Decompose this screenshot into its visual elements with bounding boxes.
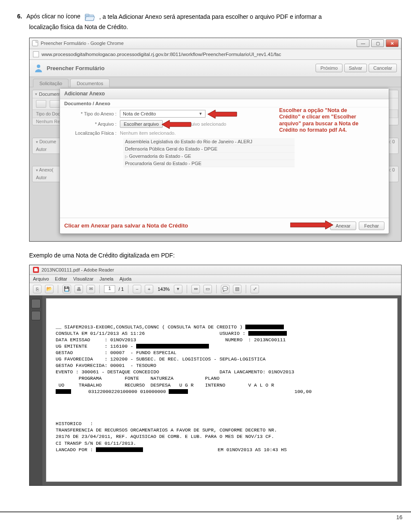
separator [187, 285, 187, 293]
export-pdf-icon[interactable]: ⎘ [33, 285, 42, 293]
save-button[interactable]: Salvar [344, 64, 367, 72]
line: EVENTO : 300061 - DESTAQUE CONCEDIDO [56, 369, 159, 375]
line: CI TRANSP S/N DE 01/11/2013. [56, 441, 136, 446]
document-icon [33, 51, 39, 57]
window-title: Preencher Formulário - Google Chrome [41, 41, 124, 46]
separator [246, 285, 246, 293]
adobe-sidebar [30, 296, 42, 485]
next-button[interactable]: Próximo [316, 64, 342, 72]
choose-file-button[interactable]: Escolher arquivo [120, 120, 163, 128]
page-current-input[interactable]: 1 [104, 285, 115, 293]
mail-icon[interactable]: ✉ [86, 285, 95, 293]
save-icon[interactable]: 💾 [63, 285, 71, 293]
cancel-button[interactable]: Cancelar [369, 64, 397, 72]
user-icon [34, 63, 43, 73]
line: LANCADO POR : [56, 447, 93, 452]
tool-scanner-icon[interactable] [36, 100, 46, 108]
comment-icon[interactable]: 💬 [221, 285, 229, 293]
adobe-menubar: Arquivo Editar Visualizar Janela Ajuda [30, 275, 401, 283]
tool-folder-icon[interactable] [50, 100, 60, 108]
form-header: Preencher Formulário Próximo Salvar Canc… [30, 60, 401, 77]
anexar-button[interactable]: Anexar [330, 222, 356, 230]
label-localizacao: Localização Física : [64, 130, 120, 136]
line: DATA LANCAMENTO: 01NOV2013 [220, 369, 295, 375]
zoom-dropdown-icon[interactable]: ▾ [174, 285, 182, 293]
form-header-title: Preencher Formulário [47, 65, 104, 71]
step-number: 6. [17, 13, 22, 20]
step-text-line2: localização física da Nota de Crédito. [29, 23, 402, 32]
window-maximize-button[interactable]: ▢ [371, 39, 384, 47]
line: HISTORICO : [56, 421, 93, 426]
thumbnails-icon[interactable] [31, 299, 41, 308]
loc-placeholder: Nenhum item selecionado. [120, 130, 176, 136]
fit-width-icon[interactable]: ⇔ [191, 285, 200, 293]
modal-adicionar-anexo: Adicionar Anexo Documento / Anexo Escolh… [60, 88, 389, 234]
line: PROGRAMA FONTE NATUREZA PLANO [56, 376, 220, 381]
select-tipo-anexo[interactable]: Nota de Crédito ▼ [120, 110, 206, 118]
screenshot-adobe-reader: 2013NC00111.pdf - Adobe Reader Arquivo E… [29, 265, 402, 486]
line: UG FAVORECIDA : 120200 - SUBSEC. DE REC.… [56, 357, 265, 362]
line: NUMERO : 2013NC00111 [225, 337, 286, 343]
line: TRANSFERENCIA DE RECURSOS ORCAMENTARIOS … [56, 428, 277, 433]
step-text-before: Após clicar no ícone [27, 13, 80, 20]
zoom-value: 143% [158, 287, 170, 292]
line: UG EMITENTE : 116100 - [56, 344, 133, 349]
tab-solicitacao[interactable]: Solicitação [33, 79, 68, 87]
tree-item[interactable]: Defensoria Pública Geral do Estado - DPG… [123, 145, 295, 153]
svg-rect-1 [85, 14, 89, 16]
modal-title: Adicionar Anexo [60, 89, 389, 99]
chevron-down-icon[interactable]: ▾ [35, 92, 37, 96]
modal-subtitle: Documento / Anexo [60, 99, 389, 107]
open-icon[interactable]: 📂 [45, 285, 54, 293]
label-tipo-anexo: * Tipo do Anexo : [64, 111, 120, 116]
url-text[interactable]: www.processodigitalhomologacao.processod… [42, 52, 281, 57]
select-tipo-anexo-value: Nota de Crédito [123, 111, 156, 116]
menu-janela[interactable]: Janela [100, 276, 113, 281]
menu-arquivo[interactable]: Arquivo [33, 276, 49, 281]
menu-editar[interactable]: Editar [55, 276, 67, 281]
fechar-button[interactable]: Fechar [359, 222, 384, 230]
print-icon[interactable]: 🖶 [74, 285, 83, 293]
label-autor-2: Autor [36, 175, 47, 180]
screenshot-chrome-window: Preencher Formulário - Google Chrome — ▢… [29, 38, 402, 242]
tree-item[interactable]: Procuradoria Geral do Estado - PGE [123, 160, 295, 167]
page-footer: 16 [0, 511, 411, 525]
attachments-icon[interactable] [31, 311, 41, 320]
address-bar: www.processodigitalhomologacao.processod… [30, 49, 401, 60]
fit-page-icon[interactable]: ▭ [203, 285, 212, 293]
separator [99, 285, 100, 293]
svg-point-2 [37, 65, 40, 68]
footer-callout: Clicar em Anexar para salvar a Nota de C… [64, 222, 188, 229]
label-arquivo: * Arquivo : [64, 121, 120, 127]
svg-marker-3 [208, 110, 237, 118]
line: UO TRABALHO RECURSO DESPESA U G R INTERN… [56, 383, 274, 388]
form-tabs: Solicitação Documentos [30, 77, 401, 87]
arrow-left-icon [162, 119, 192, 130]
tree-item[interactable]: Governadoria do Estado - GE [123, 153, 295, 160]
adobe-titlebar: 2013NC00111.pdf - Adobe Reader [30, 265, 401, 275]
window-minimize-button[interactable]: — [357, 39, 369, 47]
svg-marker-5 [290, 221, 333, 229]
line: USUARIO : [220, 331, 245, 336]
line: CONSULTA EM 01/11/2013 AS 11:26 [56, 331, 145, 336]
read-mode-icon[interactable]: ⤢ [250, 285, 259, 293]
line: 03122000220100000 010000000 [71, 389, 166, 394]
example-caption: Exemplo de uma Nota de Crédito digitaliz… [29, 252, 402, 259]
window-close-button[interactable]: ✕ [386, 39, 399, 47]
zoom-in-icon[interactable]: + [145, 285, 153, 293]
arrow-right-icon [290, 220, 333, 230]
adobe-toolbar: ⎘ 📂 💾 🖶 ✉ 1 / 1 − + 143% ▾ ⇔ ▭ 💬 ▧ ⤢ [30, 283, 401, 296]
zoom-out-icon[interactable]: − [133, 285, 141, 293]
line: GESTAO FAVORECIDA: 00001 - TESOURO [56, 363, 156, 368]
highlight-icon[interactable]: ▧ [233, 285, 241, 293]
tree-item[interactable]: Assembleia Legislativa do Estado do Rio … [123, 138, 295, 145]
adobe-window-title: 2013NC00111.pdf - Adobe Reader [42, 267, 114, 272]
line: GESTAO : 00007 - FUNDO ESPECIAL [56, 350, 176, 355]
open-folder-icon [85, 13, 95, 21]
menu-ajuda[interactable]: Ajuda [119, 276, 131, 281]
chevron-down-icon: ▼ [199, 112, 203, 116]
tab-documentos[interactable]: Documentos [70, 79, 110, 87]
line: DATA EMISSAO : 01NOV2013 [56, 337, 136, 343]
redacted-block [96, 447, 143, 452]
menu-visualizar[interactable]: Visualizar [73, 276, 94, 281]
